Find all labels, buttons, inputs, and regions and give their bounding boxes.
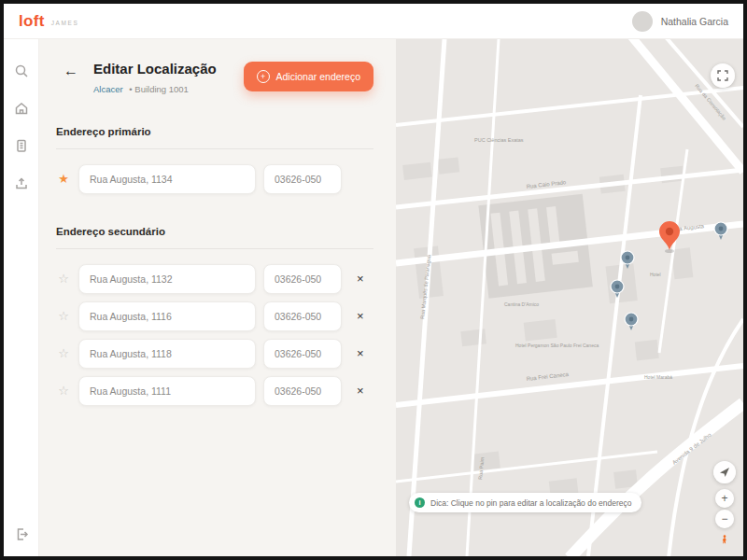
back-button[interactable]: ← <box>58 62 84 79</box>
remove-address-button[interactable]: × <box>351 384 370 398</box>
zoom-out-button[interactable]: − <box>715 510 734 528</box>
remove-address-button[interactable]: × <box>351 309 370 323</box>
user-name: Nathalia Garcia <box>661 16 728 27</box>
fullscreen-button[interactable] <box>711 63 735 88</box>
divider <box>56 148 374 149</box>
brand-sub-label: JAMES <box>51 20 79 26</box>
poi-label: PUC Ciências Exatas <box>474 137 524 143</box>
star-outline-icon[interactable]: ☆ <box>56 385 71 397</box>
poi-label: Cantina D'Amico <box>504 301 539 307</box>
app-window: loft JAMES Nathalia Garcia ← Editar Loca… <box>0 0 747 560</box>
search-icon[interactable] <box>14 63 29 78</box>
user-avatar[interactable] <box>632 11 653 32</box>
cep-input[interactable] <box>263 264 342 294</box>
divider <box>56 248 374 249</box>
remove-address-button[interactable]: × <box>351 346 370 360</box>
logout-icon[interactable] <box>14 526 29 541</box>
page-title: Editar Localização <box>93 62 217 77</box>
info-icon: i <box>415 497 425 508</box>
cep-input[interactable] <box>263 376 342 406</box>
add-address-button[interactable]: + Adicionar endereço <box>244 62 374 91</box>
secondary-address-list: ☆ × ☆ × ☆ × ☆ × <box>56 264 374 406</box>
cep-input[interactable] <box>263 301 342 331</box>
pegman-button[interactable] <box>715 530 734 549</box>
building-icon[interactable] <box>14 138 29 153</box>
secondary-address-row: ☆ × <box>56 339 374 369</box>
add-address-label: Adicionar endereço <box>276 71 360 82</box>
secondary-address-row: ☆ × <box>56 376 374 406</box>
map-canvas[interactable]: Rua Augusta Rua Caio Prado Rua Frei Cane… <box>396 39 743 556</box>
address-input[interactable] <box>78 301 256 331</box>
poi-label: Hotel <box>650 272 661 277</box>
zoom-in-button[interactable]: + <box>715 489 734 508</box>
locate-button[interactable] <box>713 461 736 483</box>
panel-header: ← Editar Localização Alcacer • Building … <box>56 62 374 94</box>
fullscreen-icon <box>717 70 728 81</box>
breadcrumb: Alcacer • Building 1001 <box>93 84 217 94</box>
primary-address-row: ★ <box>56 164 374 194</box>
poi-label: Hotel Marabá <box>644 374 672 380</box>
address-input[interactable] <box>78 339 256 369</box>
star-outline-icon[interactable]: ☆ <box>56 273 71 285</box>
breadcrumb-parent-link[interactable]: Alcacer <box>93 84 123 94</box>
export-icon[interactable] <box>14 175 29 190</box>
address-input[interactable] <box>78 264 256 294</box>
breadcrumb-current: • Building 1001 <box>129 84 189 94</box>
map-tip: i Dica: Clique no pin para editar a loca… <box>409 493 641 512</box>
top-bar: loft JAMES Nathalia Garcia <box>4 4 743 39</box>
navigation-arrow-icon <box>719 467 730 478</box>
cep-input[interactable] <box>263 339 342 369</box>
plus-icon: + <box>257 70 270 83</box>
secondary-address-row: ☆ × <box>56 301 374 331</box>
sidebar-rail <box>4 39 39 556</box>
secondary-address-row: ☆ × <box>56 264 374 294</box>
section-secondary-title: Endereço secundário <box>56 226 374 237</box>
map-container[interactable]: Rua Augusta Rua Caio Prado Rua Frei Cane… <box>396 39 743 556</box>
star-outline-icon[interactable]: ☆ <box>56 347 71 359</box>
pegman-icon <box>721 532 728 547</box>
star-outline-icon[interactable]: ☆ <box>56 310 71 322</box>
primary-cep-input[interactable] <box>263 164 342 194</box>
poi-label: Hotel Pergamon São Paulo Frei Caneca <box>515 343 599 348</box>
section-primary-title: Endereço primário <box>56 126 374 137</box>
primary-address-input[interactable] <box>78 164 256 194</box>
remove-address-button[interactable]: × <box>351 272 370 286</box>
loft-logo[interactable]: loft <box>19 12 45 31</box>
home-icon[interactable] <box>14 101 29 116</box>
primary-star-icon[interactable]: ★ <box>56 173 71 185</box>
map-tip-text: Dica: Clique no pin para editar a locali… <box>430 498 631 508</box>
address-input[interactable] <box>78 376 256 406</box>
edit-location-panel: ← Editar Localização Alcacer • Building … <box>39 39 396 556</box>
